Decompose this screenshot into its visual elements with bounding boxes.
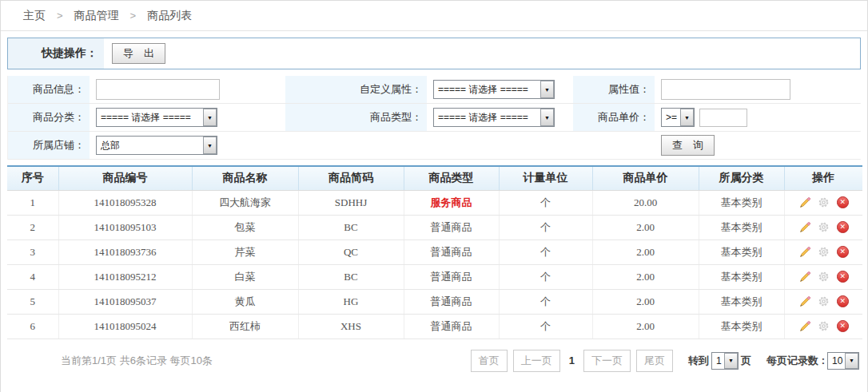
export-button[interactable]: 导 出 — [112, 43, 165, 64]
product-short-code: BC — [298, 264, 404, 289]
product-short-code: SDHHJ — [298, 190, 404, 215]
breadcrumb-product-management[interactable]: 商品管理 — [74, 9, 119, 23]
edit-icon[interactable] — [798, 271, 811, 283]
filter-row-2: 商品分类： ===== 请选择 ===== ▼ 商品类型： ===== 请选择 … — [8, 104, 860, 132]
attr-value-input[interactable] — [661, 79, 790, 100]
row-index: 2 — [7, 215, 58, 240]
product-info-input[interactable] — [96, 79, 220, 100]
product-type: 普通商品 — [404, 240, 499, 264]
product-type-select[interactable]: ===== 请选择 ===== ▼ — [433, 108, 555, 127]
gear-icon[interactable] — [818, 295, 830, 308]
chevron-down-icon: ▼ — [203, 137, 217, 154]
chevron-down-icon: ▼ — [203, 109, 217, 126]
edit-icon[interactable] — [798, 295, 811, 308]
row-actions: ✕ — [784, 314, 862, 339]
product-short-code: QC — [298, 240, 404, 264]
edit-icon[interactable] — [798, 196, 811, 209]
product-unit: 个 — [499, 240, 592, 264]
store-label: 所属店铺： — [8, 132, 90, 159]
breadcrumb-product-list: 商品列表 — [147, 9, 192, 23]
table-row: 1 141018095328 四大航海家 SDHHJ 服务商品 个 20.00 … — [7, 190, 862, 215]
goto-page-label: 转到 — [688, 354, 709, 368]
gear-icon[interactable] — [818, 271, 830, 283]
edit-icon[interactable] — [798, 221, 811, 234]
delete-icon[interactable]: ✕ — [837, 196, 849, 208]
row-actions: ✕ — [784, 289, 862, 314]
header-product-code: 商品编号 — [58, 166, 192, 190]
product-name: 四大航海家 — [192, 190, 298, 215]
product-table-body: 1 141018095328 四大航海家 SDHHJ 服务商品 个 20.00 … — [7, 190, 862, 339]
page-size-label: 每页记录数 : — [766, 354, 825, 368]
edit-icon[interactable] — [798, 246, 811, 259]
goto-page-select[interactable]: 1 ▼ — [711, 352, 739, 370]
page-size-select[interactable]: 10 ▼ — [827, 352, 859, 370]
product-price: 2.00 — [592, 215, 699, 240]
store-select[interactable]: 总部 ▼ — [96, 136, 217, 155]
gear-icon[interactable] — [818, 221, 830, 234]
product-category: 基本类别 — [699, 289, 784, 314]
header-unit-price: 商品单价 — [592, 166, 699, 190]
row-index: 3 — [7, 240, 58, 264]
first-page-button[interactable]: 首页 — [471, 350, 508, 372]
pagination: 首页 上一页 1 下一页 尾页 转到 1 ▼ 页 每页记录数 : 10 ▼ — [471, 350, 859, 372]
filter-row-1: 商品信息： 自定义属性： ===== 请选择 ===== ▼ 属性值： — [8, 76, 860, 104]
attr-value-label: 属性值： — [573, 76, 655, 103]
search-button[interactable]: 查 询 — [661, 135, 715, 156]
breadcrumb-separator-icon: > — [130, 10, 137, 22]
product-code: 141018095103 — [58, 215, 192, 240]
product-name: 白菜 — [192, 264, 298, 289]
chevron-down-icon: ▼ — [680, 109, 694, 126]
row-index: 4 — [7, 264, 58, 289]
product-unit: 个 — [499, 190, 592, 215]
chevron-down-icon: ▼ — [540, 109, 554, 126]
next-page-button[interactable]: 下一页 — [583, 350, 631, 372]
product-code: 141018095328 — [58, 190, 192, 215]
prev-page-button[interactable]: 上一页 — [513, 350, 560, 372]
product-category: 基本类别 — [699, 264, 784, 289]
header-unit: 计量单位 — [499, 166, 592, 190]
delete-icon[interactable]: ✕ — [837, 320, 849, 332]
row-index: 5 — [7, 289, 58, 314]
current-page-number: 1 — [569, 354, 575, 366]
product-price: 2.00 — [592, 240, 699, 264]
product-unit: 个 — [499, 264, 592, 289]
breadcrumb-home[interactable]: 主页 — [23, 9, 46, 23]
category-label: 商品分类： — [8, 104, 90, 131]
breadcrumb-separator-icon: > — [57, 10, 63, 22]
record-summary: 当前第1/1页 共6条记录 每页10条 — [61, 354, 213, 368]
edit-icon[interactable] — [798, 320, 811, 333]
gear-icon[interactable] — [818, 196, 830, 209]
product-unit: 个 — [499, 289, 592, 314]
table-footer: 当前第1/1页 共6条记录 每页10条 首页 上一页 1 下一页 尾页 转到 1… — [1, 339, 867, 372]
row-actions: ✕ — [784, 215, 862, 240]
custom-attr-select[interactable]: ===== 请选择 ===== ▼ — [433, 80, 555, 99]
table-row: 6 141018095024 西红柿 XHS 普通商品 个 2.00 基本类别 — [7, 314, 862, 339]
quick-actions-label: 快捷操作： — [8, 38, 104, 69]
delete-icon[interactable]: ✕ — [837, 295, 849, 307]
product-price: 2.00 — [592, 264, 699, 289]
product-type-label: 商品类型： — [285, 104, 427, 131]
product-code: 141018095024 — [58, 314, 192, 339]
product-unit: 个 — [499, 215, 592, 240]
unit-price-operator-select[interactable]: >= ▼ — [661, 108, 695, 127]
delete-icon[interactable]: ✕ — [837, 221, 849, 233]
quick-actions-body: 导 出 — [104, 43, 860, 64]
row-index: 1 — [7, 190, 58, 215]
last-page-button[interactable]: 尾页 — [636, 350, 673, 372]
table-row: 5 141018095037 黄瓜 HG 普通商品 个 2.00 基本类别 — [7, 289, 862, 314]
delete-icon[interactable]: ✕ — [837, 271, 849, 283]
unit-price-input[interactable] — [699, 109, 747, 127]
product-category: 基本类别 — [699, 215, 784, 240]
product-type: 普通商品 — [404, 314, 499, 339]
goto-page-suffix: 页 — [741, 354, 751, 368]
category-select[interactable]: ===== 请选择 ===== ▼ — [96, 108, 217, 127]
product-type: 服务商品 — [404, 190, 499, 215]
delete-icon[interactable]: ✕ — [837, 246, 849, 258]
unit-price-label: 商品单价： — [573, 104, 655, 131]
gear-icon[interactable] — [818, 320, 830, 333]
product-code: 141018095212 — [58, 264, 192, 289]
product-category: 基本类别 — [699, 240, 784, 264]
product-type: 普通商品 — [404, 289, 499, 314]
gear-icon[interactable] — [818, 246, 830, 259]
product-type: 普通商品 — [404, 264, 499, 289]
